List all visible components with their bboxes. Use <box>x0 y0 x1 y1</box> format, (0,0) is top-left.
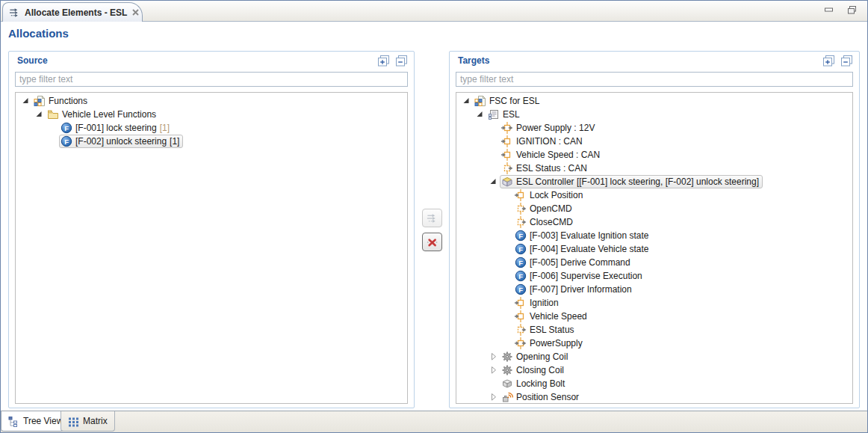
tree-row[interactable]: Power Supply : 12V <box>456 121 852 135</box>
remove-allocation-button[interactable] <box>422 233 442 251</box>
tree-item[interactable]: Power Supply : 12V <box>500 121 598 135</box>
tree-item[interactable]: OpenCMD <box>513 202 576 215</box>
tree-item[interactable]: Functions <box>32 94 91 108</box>
tree-row[interactable]: F[F-003] Evaluate Ignition state <box>456 229 852 242</box>
expand-all-button[interactable] <box>377 55 390 67</box>
allocate-button[interactable] <box>422 209 442 227</box>
source-panel-title: Source <box>17 55 48 66</box>
tree-item[interactable]: Vehicle Speed : CAN <box>500 148 604 162</box>
twistie-expanded-icon[interactable] <box>34 108 46 120</box>
minimize-icon[interactable] <box>824 5 834 14</box>
tree-item-label: Power Supply : 12V <box>516 123 595 133</box>
port-in-icon <box>515 310 527 322</box>
tree-item-label: [F-007] Driver Information <box>530 284 632 295</box>
function-icon: F <box>61 122 72 134</box>
tree-item-label: Vehicle Speed <box>530 311 587 322</box>
tree-row[interactable]: ESL Status <box>456 323 852 337</box>
tree-row[interactable]: Vehicle Level Functions <box>16 108 407 121</box>
cube-icon <box>501 378 513 390</box>
view-tab-title: Allocate Elements - ESL <box>25 7 127 18</box>
red-cross-icon <box>427 236 438 248</box>
tree-row[interactable]: OpenCMD <box>456 202 852 215</box>
twistie-expanded-icon[interactable] <box>20 95 32 107</box>
tree-item[interactable]: F[F-005] Derive Command <box>513 256 634 269</box>
tree-row[interactable]: Locking Bolt <box>456 377 852 390</box>
collapse-all-button[interactable] <box>395 55 408 67</box>
tree-item[interactable]: IGNITION : CAN <box>500 135 586 148</box>
tree-item-label: ESL <box>503 109 520 120</box>
tree-item[interactable]: Locking Bolt <box>500 377 568 390</box>
tree-item[interactable]: Closing Coil <box>500 363 568 377</box>
tree-item-selected[interactable]: F[F-002] unlock steering[1] <box>59 135 183 148</box>
tab-allocate-elements[interactable]: Allocate Elements - ESL <box>2 2 143 22</box>
allocation-count-badge: [1] <box>160 123 170 133</box>
tree-item[interactable]: F[F-001] lock steering[1] <box>59 121 173 135</box>
tree-item[interactable]: F[F-004] Evaluate Vehicle state <box>513 242 652 256</box>
tree-item[interactable]: Vehicle Level Functions <box>46 108 160 121</box>
targets-filter-input[interactable] <box>456 72 853 87</box>
tree-row[interactable]: ESL <box>456 108 852 121</box>
tree-row[interactable]: Ignition <box>456 296 852 310</box>
tree-item[interactable]: Ignition <box>513 296 562 310</box>
expand-all-button[interactable] <box>822 55 835 67</box>
tree-row[interactable]: F[F-001] lock steering[1] <box>16 121 407 135</box>
tree-item-label: [F-003] Evaluate Ignition state <box>530 230 648 241</box>
tree-row[interactable]: F[F-007] Driver Information <box>456 283 852 296</box>
tree-row[interactable]: ESL Controller [[F-001] lock steering, [… <box>456 175 852 188</box>
port-inout-icon <box>501 122 513 134</box>
twistie-collapsed-icon[interactable] <box>488 391 500 403</box>
tree-row[interactable]: Functions <box>16 94 407 108</box>
twistie-expanded-icon[interactable] <box>474 108 486 120</box>
svg-text:F: F <box>64 138 69 146</box>
tree-row[interactable]: F[F-005] Derive Command <box>456 256 852 269</box>
tree-item[interactable]: Position Sensor <box>500 390 583 404</box>
bottom-tab-bar: Tree View Matrix <box>1 411 867 432</box>
tree-row[interactable]: Lock Position <box>456 188 852 202</box>
port-in-icon <box>515 189 527 201</box>
tree-item[interactable]: ESL <box>486 108 524 121</box>
collapse-all-button[interactable] <box>840 55 853 67</box>
tree-item[interactable]: F[F-007] Driver Information <box>513 283 636 296</box>
tree-item[interactable]: ESL Status <box>513 323 578 337</box>
tree-item-label: PowerSupply <box>530 338 583 348</box>
tree-item[interactable]: Opening Coil <box>500 350 571 363</box>
twistie-collapsed-icon[interactable] <box>488 351 500 363</box>
tree-item-selected[interactable]: ESL Controller [[F-001] lock steering, [… <box>500 175 763 188</box>
port-out-icon <box>501 162 513 174</box>
tree-item[interactable]: Lock Position <box>513 188 586 202</box>
tree-row[interactable]: ESL Status : CAN <box>456 162 852 175</box>
tree-row[interactable]: F[F-006] Supervise Execution <box>456 269 852 283</box>
tree-row[interactable]: Vehicle Speed <box>456 310 852 323</box>
tree-row[interactable]: F[F-002] unlock steering[1] <box>16 135 407 148</box>
tree-item[interactable]: CloseCMD <box>513 215 577 229</box>
twistie-expanded-icon[interactable] <box>461 95 473 107</box>
source-tree: FunctionsVehicle Level FunctionsF[F-001]… <box>15 92 408 404</box>
tree-item[interactable]: F[F-003] Evaluate Ignition state <box>513 229 652 242</box>
tree-row[interactable]: FSC for ESL <box>456 94 852 108</box>
restore-icon[interactable] <box>846 5 857 14</box>
tree-row[interactable]: IGNITION : CAN <box>456 135 852 148</box>
close-icon[interactable] <box>131 8 140 16</box>
tree-item[interactable]: Vehicle Speed <box>513 310 591 323</box>
tree-row[interactable]: Vehicle Speed : CAN <box>456 148 852 162</box>
tree-row[interactable]: PowerSupply <box>456 337 852 350</box>
tree-item[interactable]: F[F-006] Supervise Execution <box>513 269 646 283</box>
tree-row[interactable]: CloseCMD <box>456 215 852 229</box>
tree-row[interactable]: Closing Coil <box>456 363 852 377</box>
twistie-expanded-icon[interactable] <box>488 176 500 188</box>
tab-matrix[interactable]: Matrix <box>61 411 115 432</box>
tree-item[interactable]: FSC for ESL <box>473 94 543 108</box>
targets-tree: FSC for ESLESLPower Supply : 12VIGNITION… <box>456 92 853 404</box>
tree-item-label: ESL Status <box>530 325 574 335</box>
tree-item[interactable]: ESL Status : CAN <box>500 162 591 175</box>
tree-row[interactable]: Opening Coil <box>456 350 852 363</box>
tree-item[interactable]: PowerSupply <box>513 337 586 350</box>
tree-row[interactable]: Position Sensor <box>456 390 852 404</box>
source-filter-input[interactable] <box>15 72 408 87</box>
tree-item-label: [F-005] Derive Command <box>530 257 630 268</box>
tree-row[interactable]: F[F-004] Evaluate Vehicle state <box>456 242 852 256</box>
twistie-collapsed-icon[interactable] <box>488 364 500 376</box>
module-icon <box>34 95 46 107</box>
twistie-spacer <box>501 189 513 201</box>
twistie-spacer <box>47 135 59 147</box>
